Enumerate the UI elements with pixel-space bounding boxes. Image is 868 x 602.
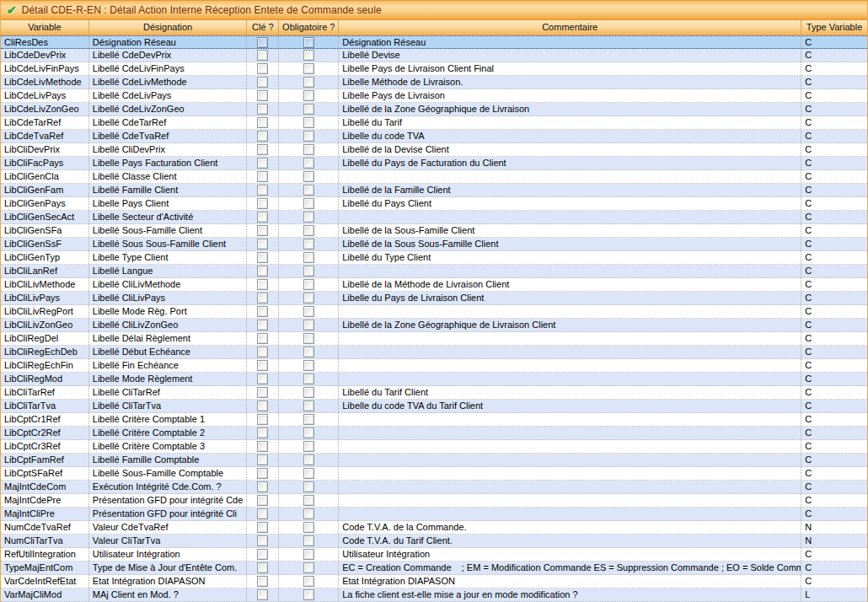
table-row[interactable]: MajIntCdePrePrésentation GFD pour intégr… [1, 494, 867, 508]
cle-checkbox[interactable] [257, 320, 268, 331]
obligatoire-checkbox[interactable] [303, 360, 314, 371]
cle-checkbox[interactable] [257, 225, 268, 236]
cle-checkbox[interactable] [257, 508, 268, 519]
cle-checkbox[interactable] [257, 266, 268, 277]
obligatoire-checkbox[interactable] [303, 50, 314, 61]
obligatoire-checkbox[interactable] [303, 131, 314, 142]
obligatoire-checkbox[interactable] [303, 414, 314, 425]
column-header-variable[interactable]: Variable [1, 20, 89, 35]
table-row[interactable]: LibCliTarRefLibellé CliTarRefLibellé du … [1, 386, 867, 400]
obligatoire-checkbox[interactable] [303, 387, 314, 398]
cle-checkbox[interactable] [257, 171, 268, 182]
table-row[interactable]: LibCliFacPaysLibelle Pays Facturation Cl… [1, 157, 867, 170]
column-header-type-variable[interactable]: Type Variable [801, 20, 867, 35]
obligatoire-checkbox[interactable] [303, 427, 314, 438]
table-row[interactable]: LibCdeTarRefLibellé CdeTarRefLibellé du … [1, 116, 867, 130]
cle-checkbox[interactable] [257, 414, 268, 425]
cle-checkbox[interactable] [257, 63, 268, 74]
cle-checkbox[interactable] [257, 522, 268, 533]
cle-checkbox[interactable] [257, 549, 268, 560]
cle-checkbox[interactable] [257, 185, 268, 196]
cle-checkbox[interactable] [257, 360, 268, 371]
table-row[interactable]: LibCliTarTvaLibellé CliTarTvaLibelle du … [1, 400, 867, 413]
table-row[interactable]: LibCliLivRegPortLibelle Mode Règ. PortC [1, 305, 867, 319]
table-row[interactable]: LibCdeLivMethodeLibellé CdeLivMethodeLib… [1, 76, 867, 89]
cle-checkbox[interactable] [257, 333, 268, 344]
column-header-designation[interactable]: Désignation [89, 20, 248, 35]
cle-checkbox[interactable] [257, 90, 268, 101]
obligatoire-checkbox[interactable] [303, 333, 314, 344]
table-row[interactable]: NumCdeTvaRefValeur CdeTvaRefCode T.V.A. … [1, 521, 867, 535]
cle-checkbox[interactable] [257, 562, 268, 573]
obligatoire-checkbox[interactable] [303, 252, 314, 263]
cle-checkbox[interactable] [257, 427, 268, 438]
cle-checkbox[interactable] [257, 400, 268, 411]
obligatoire-checkbox[interactable] [303, 279, 314, 290]
table-row[interactable]: LibCliRegEchDebLibellé Début EchéanceC [1, 346, 867, 359]
table-row[interactable]: LibCdeLivPaysLibellé CdeLivPaysLibelle P… [1, 89, 867, 103]
obligatoire-checkbox[interactable] [303, 117, 314, 128]
table-row[interactable]: MajIntCdeComExécution Intégrité Cde.Com.… [1, 481, 867, 494]
cle-checkbox[interactable] [257, 468, 268, 479]
obligatoire-checkbox[interactable] [303, 508, 314, 519]
table-row[interactable]: LibCliRegModLibelle Mode RèglementC [1, 373, 867, 386]
obligatoire-checkbox[interactable] [303, 347, 314, 357]
obligatoire-checkbox[interactable] [303, 481, 314, 492]
cle-checkbox[interactable] [257, 212, 268, 223]
table-row[interactable]: LibCliRegEchFinLibellé Fin EchéanceC [1, 359, 867, 373]
cle-checkbox[interactable] [257, 77, 268, 88]
obligatoire-checkbox[interactable] [303, 589, 314, 600]
cle-checkbox[interactable] [257, 347, 268, 357]
table-row[interactable]: NumCliTarTvaValeur CliTarTvaCode T.V.A. … [1, 535, 867, 548]
table-row[interactable]: LibCliGenSsFLibellé Sous Sous-Famille Cl… [1, 238, 867, 251]
column-header-cle[interactable]: Clé ? [247, 20, 279, 35]
column-header-obligatoire[interactable]: Obligatoire ? [279, 20, 339, 35]
table-row[interactable]: LibCdeTvaRefLibellé CdeTvaRefLibelle du … [1, 130, 867, 143]
obligatoire-checkbox[interactable] [303, 185, 314, 196]
cle-checkbox[interactable] [257, 576, 268, 587]
obligatoire-checkbox[interactable] [303, 144, 314, 155]
cle-checkbox[interactable] [257, 144, 268, 155]
table-row[interactable]: LibCptCr2RefLibellé Critère Comptable 2C [1, 427, 867, 440]
cle-checkbox[interactable] [257, 306, 268, 317]
obligatoire-checkbox[interactable] [303, 468, 314, 479]
cle-checkbox[interactable] [257, 279, 268, 290]
obligatoire-checkbox[interactable] [303, 535, 314, 546]
table-row[interactable]: TypeMajEntComType de Mise à Jour d'Entêt… [1, 562, 867, 575]
cle-checkbox[interactable] [257, 374, 268, 384]
cle-checkbox[interactable] [257, 239, 268, 250]
obligatoire-checkbox[interactable] [303, 104, 314, 115]
table-row[interactable]: LibCliLivZonGeoLibellé CliLivZonGeoLibel… [1, 319, 867, 332]
cle-checkbox[interactable] [257, 481, 268, 492]
obligatoire-checkbox[interactable] [303, 266, 314, 277]
obligatoire-checkbox[interactable] [303, 374, 314, 384]
cle-checkbox[interactable] [257, 495, 268, 506]
table-row[interactable]: LibCliGenSecActLibelle Secteur d'Activit… [1, 211, 867, 224]
table-row[interactable]: LibCliGenPaysLibelle Pays ClientLibellé … [1, 197, 867, 211]
cle-checkbox[interactable] [257, 387, 268, 398]
cle-checkbox[interactable] [257, 131, 268, 142]
obligatoire-checkbox[interactable] [303, 225, 314, 236]
cle-checkbox[interactable] [257, 293, 268, 304]
obligatoire-checkbox[interactable] [303, 576, 314, 587]
cle-checkbox[interactable] [257, 37, 268, 48]
table-row[interactable]: LibCliGenSFaLibellé Sous-Famille ClientL… [1, 224, 867, 238]
cle-checkbox[interactable] [257, 454, 268, 465]
cle-checkbox[interactable] [257, 158, 268, 169]
table-row[interactable]: LibCptSFaRefLibellé Sous-Famille Comptab… [1, 467, 867, 481]
obligatoire-checkbox[interactable] [303, 454, 314, 465]
obligatoire-checkbox[interactable] [303, 522, 314, 533]
obligatoire-checkbox[interactable] [303, 400, 314, 411]
obligatoire-checkbox[interactable] [303, 293, 314, 304]
cle-checkbox[interactable] [257, 104, 268, 115]
table-row[interactable]: LibCptFamRefLibellé Famille ComptableC [1, 454, 867, 467]
table-row[interactable]: VarMajCliModMAj Client en Mod. ?La fiche… [1, 589, 867, 602]
table-row[interactable]: LibCliRegDelLibelle Délai RèglementC [1, 332, 867, 346]
table-row[interactable]: LibCliLivPaysLibellé CliLivPaysLibelle d… [1, 292, 867, 305]
obligatoire-checkbox[interactable] [303, 198, 314, 209]
cle-checkbox[interactable] [257, 535, 268, 546]
table-row[interactable]: CliResDesDésignation RéseauDésignation R… [1, 35, 867, 49]
obligatoire-checkbox[interactable] [303, 306, 314, 317]
table-row[interactable]: LibCdeDevPrixLibellé CdeDevPrixLibellé D… [1, 49, 867, 62]
cle-checkbox[interactable] [257, 50, 268, 61]
